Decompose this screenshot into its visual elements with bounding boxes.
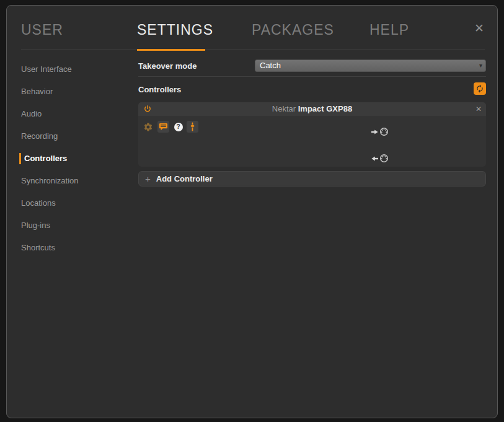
refresh-icon: [475, 84, 484, 93]
tab-settings[interactable]: SETTINGS: [137, 22, 213, 38]
sidebar-item-controllers[interactable]: Controllers: [24, 153, 67, 164]
controller-panel: Nektar Impact GXP88 ✕ ?: [138, 102, 486, 167]
controller-fader-button[interactable]: [187, 121, 198, 133]
sidebar-item-user-interface[interactable]: User Interface: [21, 64, 72, 75]
midi-din-icon: [379, 154, 389, 163]
sidebar-item-recording[interactable]: Recording: [21, 131, 58, 142]
takeover-mode-dropdown[interactable]: Catch ▾: [255, 59, 486, 72]
controller-settings-button[interactable]: [142, 121, 154, 133]
speech-bubble-icon: [159, 122, 168, 131]
controller-chat-button[interactable]: [157, 121, 169, 133]
controller-model: Impact GXP88: [298, 104, 352, 113]
add-controller-label: Add Controller: [156, 174, 213, 183]
controller-vendor: Nektar: [272, 104, 296, 113]
arrow-left-icon: [371, 154, 378, 163]
sidebar-item-behavior[interactable]: Behavior: [21, 86, 53, 97]
plus-icon: +: [145, 174, 151, 184]
sidebar-item-shortcuts[interactable]: Shortcuts: [21, 242, 55, 253]
rescan-controllers-button[interactable]: [474, 82, 486, 95]
takeover-mode-label: Takeover mode: [138, 61, 197, 71]
close-icon[interactable]: ✕: [471, 20, 487, 37]
sidebar-item-audio[interactable]: Audio: [21, 108, 42, 120]
tab-divider: [21, 50, 485, 50]
midi-out-port-indicator: [371, 154, 389, 163]
gear-icon: [143, 122, 153, 132]
sidebar-item-locations[interactable]: Locations: [21, 198, 56, 209]
controller-help-button[interactable]: ?: [172, 121, 184, 133]
fader-icon: [188, 122, 197, 131]
sidebar-item-synchronization[interactable]: Synchronization: [21, 175, 79, 187]
section-divider: [138, 76, 486, 77]
tab-user[interactable]: USER: [21, 22, 63, 38]
controller-close-icon[interactable]: ✕: [475, 102, 482, 116]
question-mark-icon: ?: [174, 123, 183, 131]
add-controller-button[interactable]: + Add Controller: [138, 171, 486, 187]
settings-dialog: USER SETTINGS PACKAGES HELP ✕ User Inter…: [6, 5, 498, 418]
sidebar-item-plug-ins[interactable]: Plug-ins: [21, 220, 50, 231]
takeover-mode-value: Catch: [260, 61, 281, 70]
controllers-section-label: Controllers: [138, 85, 181, 94]
tab-packages[interactable]: PACKAGES: [252, 22, 334, 38]
midi-in-port-indicator: [371, 127, 389, 136]
tab-help[interactable]: HELP: [369, 22, 409, 38]
active-tab-indicator: [137, 49, 205, 51]
arrow-right-icon: [371, 128, 378, 136]
controller-title: Nektar Impact GXP88: [138, 102, 486, 116]
chevron-down-icon: ▾: [479, 62, 482, 69]
midi-din-icon: [379, 127, 389, 136]
